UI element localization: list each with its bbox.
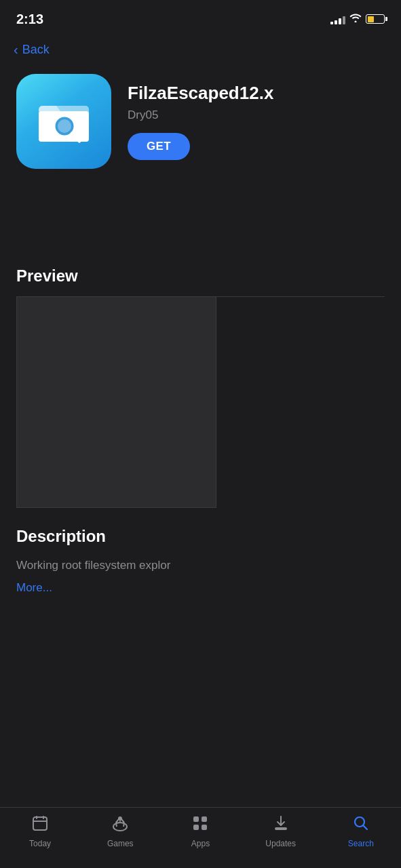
description-section: Description Working root filesystem expl… [0, 508, 401, 606]
back-chevron-icon: ‹ [14, 42, 18, 58]
svg-rect-14 [193, 825, 199, 830]
svg-point-3 [58, 119, 71, 133]
app-header: FilzaEscaped12.x Dry05 GET [0, 68, 401, 185]
tab-today-label: Today [29, 839, 51, 848]
app-name: FilzaEscaped12.x [128, 83, 273, 104]
status-icons [330, 13, 385, 25]
tab-search[interactable]: Search [334, 814, 388, 848]
preview-container [16, 296, 385, 508]
tab-apps[interactable]: Apps [173, 814, 227, 848]
preview-section: Preview [0, 267, 401, 508]
apps-icon [191, 814, 209, 836]
description-title: Description [16, 527, 385, 546]
back-button[interactable]: ‹ Back [0, 34, 401, 68]
preview-bottom-line [16, 507, 216, 508]
svg-rect-6 [36, 816, 37, 819]
tab-updates-label: Updates [265, 839, 296, 848]
svg-rect-12 [193, 816, 199, 822]
tab-search-label: Search [348, 839, 374, 848]
get-button[interactable]: GET [128, 133, 190, 160]
wifi-icon [349, 13, 362, 25]
tab-bar: Today Games Apps [0, 807, 401, 868]
svg-point-10 [118, 816, 122, 821]
preview-image [16, 297, 216, 507]
svg-line-18 [363, 826, 367, 830]
battery-icon [366, 14, 385, 24]
signal-icon [330, 14, 345, 24]
today-icon [31, 814, 49, 836]
tab-games-label: Games [107, 839, 134, 848]
more-link[interactable]: More... [16, 581, 52, 594]
tab-games[interactable]: Games [93, 814, 147, 848]
app-author: Dry05 [128, 108, 273, 122]
tab-updates[interactable]: Updates [254, 814, 308, 848]
svg-rect-13 [202, 816, 207, 822]
app-icon-svg [33, 91, 94, 152]
back-label: Back [22, 43, 50, 57]
description-text: Working root filesystem explor [16, 557, 385, 574]
search-icon [352, 814, 370, 836]
spacer [0, 185, 401, 267]
app-icon [16, 74, 111, 169]
games-icon [111, 814, 129, 836]
tab-apps-label: Apps [191, 839, 210, 848]
svg-rect-16 [275, 827, 287, 830]
tab-today[interactable]: Today [13, 814, 67, 848]
updates-icon [272, 814, 290, 836]
svg-rect-7 [43, 816, 44, 819]
status-bar: 2:13 [0, 0, 401, 34]
svg-rect-15 [202, 825, 207, 830]
app-info: FilzaEscaped12.x Dry05 GET [128, 83, 273, 159]
status-time: 2:13 [16, 12, 43, 27]
svg-point-9 [113, 823, 127, 831]
preview-title: Preview [16, 267, 385, 285]
svg-rect-5 [33, 817, 47, 830]
svg-rect-8 [33, 821, 47, 822]
